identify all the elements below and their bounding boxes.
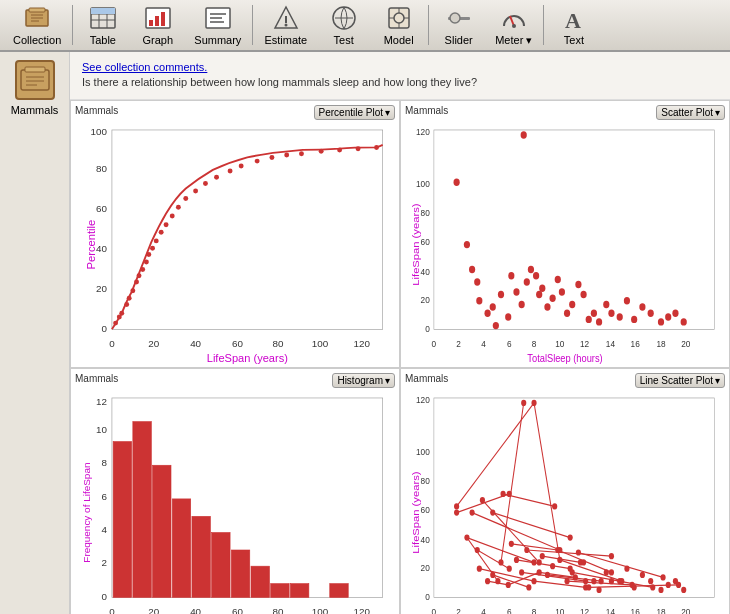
scatter-plot-type-selector[interactable]: Scatter Plot ▾ (656, 105, 725, 120)
svg-text:16: 16 (631, 606, 640, 614)
svg-rect-176 (330, 583, 348, 597)
svg-point-108 (454, 178, 460, 185)
svg-point-135 (591, 309, 597, 316)
svg-rect-12 (149, 20, 153, 26)
svg-point-269 (583, 578, 588, 584)
svg-point-80 (269, 155, 274, 160)
svg-rect-10 (91, 8, 115, 14)
svg-text:6: 6 (507, 606, 512, 614)
toolbar-graph-label: Graph (143, 34, 174, 46)
svg-text:0: 0 (102, 323, 108, 334)
svg-text:12: 12 (580, 606, 589, 614)
svg-point-257 (552, 503, 557, 509)
svg-point-76 (214, 175, 219, 180)
svg-rect-178 (434, 398, 715, 597)
description-body: Is there a relationship between how long… (82, 76, 477, 88)
svg-text:120: 120 (354, 338, 371, 349)
line-scatter-plot-panel: Mammals Line Scatter Plot ▾ LifeSpan (ye… (400, 368, 730, 614)
svg-text:2: 2 (456, 606, 461, 614)
svg-point-63 (137, 273, 142, 278)
svg-rect-168 (153, 465, 171, 597)
toolbar-estimate[interactable]: Estimate (255, 1, 316, 49)
svg-text:100: 100 (416, 178, 430, 189)
svg-point-110 (469, 266, 475, 273)
svg-point-145 (665, 313, 671, 320)
toolbar-meter[interactable]: Meter ▾ (486, 1, 541, 49)
svg-point-285 (648, 578, 653, 584)
svg-point-286 (650, 584, 655, 590)
svg-point-67 (150, 246, 155, 251)
svg-point-292 (681, 587, 686, 593)
svg-point-133 (580, 291, 586, 298)
percentile-plot-dropdown-icon: ▾ (385, 107, 390, 118)
svg-point-291 (676, 582, 681, 588)
toolbar-graph[interactable]: Graph (130, 1, 185, 49)
svg-point-136 (596, 318, 602, 325)
svg-point-58 (119, 310, 124, 315)
svg-point-228 (454, 509, 459, 515)
svg-point-148 (521, 131, 527, 138)
svg-point-142 (639, 303, 645, 310)
svg-text:2: 2 (456, 338, 461, 349)
svg-text:Percentile: Percentile (85, 220, 97, 270)
summary-icon (204, 4, 232, 32)
toolbar-slider[interactable]: Slider (431, 1, 486, 49)
toolbar-table-label: Table (90, 34, 116, 46)
svg-point-137 (603, 300, 609, 307)
toolbar-summary[interactable]: Summary (185, 1, 250, 49)
svg-point-61 (130, 288, 135, 293)
percentile-plot-panel: Mammals Percentile Plot ▾ Percentile 0 2… (70, 100, 400, 368)
svg-text:20: 20 (681, 606, 690, 614)
svg-point-31 (450, 13, 460, 23)
left-sidebar: Mammals (0, 52, 70, 614)
svg-text:8: 8 (532, 338, 537, 349)
toolbar-text[interactable]: A Text (546, 1, 601, 49)
svg-point-59 (124, 302, 129, 307)
svg-text:20: 20 (96, 283, 107, 294)
svg-text:20: 20 (681, 338, 690, 349)
svg-point-271 (586, 584, 591, 590)
right-content: See collection comments. Is there a rela… (70, 52, 730, 614)
svg-point-139 (617, 313, 623, 320)
svg-text:80: 80 (421, 475, 430, 486)
svg-point-247 (524, 547, 529, 553)
toolbar-divider-4 (543, 5, 544, 45)
svg-text:0: 0 (432, 338, 437, 349)
toolbar-collection[interactable]: Collection (4, 1, 70, 49)
svg-point-134 (586, 315, 592, 322)
svg-point-125 (539, 284, 545, 291)
toolbar-test[interactable]: Test (316, 1, 371, 49)
svg-text:60: 60 (421, 504, 430, 515)
toolbar-table[interactable]: Table (75, 1, 130, 49)
svg-point-56 (113, 320, 118, 325)
line-scatter-plot-type-selector[interactable]: Line Scatter Plot ▾ (635, 373, 725, 388)
svg-point-264 (570, 569, 575, 575)
collection-comments-link[interactable]: See collection comments. (82, 61, 207, 73)
percentile-plot-type-selector[interactable]: Percentile Plot ▾ (314, 105, 395, 120)
percentile-plot-svg: Percentile 0 20 40 60 80 100 0 20 40 (75, 120, 395, 363)
svg-point-234 (485, 578, 490, 584)
svg-point-244 (514, 557, 519, 563)
svg-point-82 (299, 151, 304, 156)
histogram-type-label: Histogram (337, 375, 383, 386)
svg-point-253 (537, 569, 542, 575)
svg-text:TotalSleep (hours): TotalSleep (hours) (527, 352, 602, 364)
collection-icon (23, 4, 51, 32)
svg-text:6: 6 (102, 491, 108, 502)
line-scatter-plot-dropdown-icon: ▾ (715, 375, 720, 386)
svg-point-74 (193, 188, 198, 193)
svg-point-229 (464, 534, 469, 540)
svg-point-268 (581, 559, 586, 565)
percentile-plot-area: Percentile 0 20 40 60 80 100 0 20 40 (75, 120, 395, 363)
svg-point-278 (609, 578, 614, 584)
collection-icon-sidebar[interactable] (15, 60, 55, 100)
svg-point-243 (509, 540, 514, 546)
svg-text:0: 0 (425, 591, 430, 602)
toolbar-divider-2 (252, 5, 253, 45)
svg-text:10: 10 (96, 424, 107, 435)
svg-point-261 (564, 578, 569, 584)
svg-point-236 (490, 572, 495, 578)
svg-text:6: 6 (507, 338, 512, 349)
histogram-type-selector[interactable]: Histogram ▾ (332, 373, 395, 388)
toolbar-model[interactable]: Model (371, 1, 426, 49)
